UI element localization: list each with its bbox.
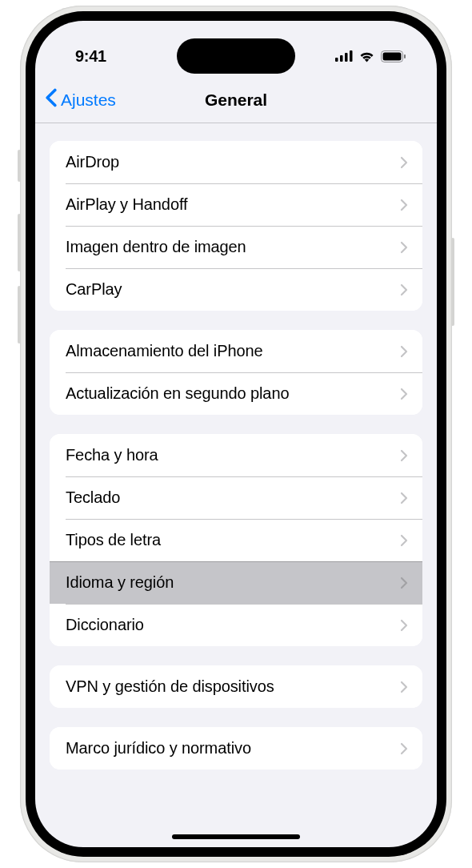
navigation-bar: Ajustes General	[35, 77, 437, 123]
svg-rect-3	[350, 50, 353, 62]
settings-row-keyboard[interactable]: Teclado	[50, 476, 422, 519]
svg-rect-2	[345, 53, 348, 62]
settings-group: Marco jurídico y normativo	[50, 727, 422, 770]
row-label: Actualización en segundo plano	[66, 384, 289, 403]
svg-rect-6	[404, 54, 406, 58]
settings-row-airdrop[interactable]: AirDrop	[50, 141, 422, 183]
svg-rect-5	[383, 52, 402, 60]
settings-row-fonts[interactable]: Tipos de letra	[50, 519, 422, 561]
home-indicator[interactable]	[172, 834, 300, 839]
row-label: Idioma y región	[66, 573, 174, 592]
chevron-right-icon	[400, 577, 408, 589]
chevron-right-icon	[400, 388, 408, 400]
settings-group: Fecha y horaTecladoTipos de letraIdioma …	[50, 434, 422, 646]
battery-icon	[381, 50, 406, 62]
settings-content[interactable]: AirDropAirPlay y HandoffImagen dentro de…	[35, 123, 437, 847]
chevron-right-icon	[400, 449, 408, 462]
wifi-icon	[358, 50, 375, 62]
volume-down-button	[18, 286, 21, 344]
chevron-right-icon	[400, 199, 408, 211]
settings-group: AirDropAirPlay y HandoffImagen dentro de…	[50, 141, 422, 311]
chevron-right-icon	[400, 534, 408, 547]
row-label: Diccionario	[66, 616, 144, 634]
dynamic-island	[177, 38, 295, 74]
chevron-right-icon	[400, 742, 408, 755]
chevron-right-icon	[400, 619, 408, 632]
svg-rect-0	[335, 58, 338, 62]
chevron-right-icon	[400, 345, 408, 358]
row-label: VPN y gestión de dispositivos	[66, 677, 274, 696]
settings-row-pip[interactable]: Imagen dentro de imagen	[50, 226, 422, 268]
settings-row-carplay[interactable]: CarPlay	[50, 268, 422, 311]
row-label: CarPlay	[66, 280, 122, 299]
cellular-signal-icon	[335, 50, 353, 62]
svg-rect-1	[340, 55, 343, 62]
row-label: AirPlay y Handoff	[66, 195, 187, 214]
row-label: Fecha y hora	[66, 446, 158, 464]
row-label: Tipos de letra	[66, 531, 161, 549]
silence-switch	[18, 150, 21, 182]
settings-row-airplay-handoff[interactable]: AirPlay y Handoff	[50, 183, 422, 226]
settings-row-dictionary[interactable]: Diccionario	[50, 604, 422, 646]
chevron-right-icon	[400, 241, 408, 254]
chevron-right-icon	[400, 156, 408, 169]
back-label: Ajustes	[61, 90, 116, 110]
row-label: Teclado	[66, 488, 120, 507]
screen: 9:41	[35, 21, 437, 847]
chevron-right-icon	[400, 283, 408, 296]
status-time: 9:41	[75, 47, 106, 66]
power-button	[451, 238, 454, 326]
chevron-right-icon	[400, 681, 408, 693]
volume-up-button	[18, 214, 21, 271]
settings-group: Almacenamiento del iPhoneActualización e…	[50, 330, 422, 415]
row-label: Marco jurídico y normativo	[66, 739, 251, 757]
settings-row-storage[interactable]: Almacenamiento del iPhone	[50, 330, 422, 372]
chevron-right-icon	[400, 492, 408, 504]
row-label: AirDrop	[66, 153, 119, 171]
settings-row-vpn[interactable]: VPN y gestión de dispositivos	[50, 665, 422, 708]
settings-row-legal[interactable]: Marco jurídico y normativo	[50, 727, 422, 770]
row-label: Imagen dentro de imagen	[66, 238, 246, 256]
back-button[interactable]: Ajustes	[45, 88, 116, 111]
row-label: Almacenamiento del iPhone	[66, 342, 263, 360]
chevron-left-icon	[45, 88, 58, 111]
settings-row-background-refresh[interactable]: Actualización en segundo plano	[50, 372, 422, 415]
iphone-device-frame: 9:41	[20, 6, 452, 862]
settings-row-language-region[interactable]: Idioma y región	[50, 561, 422, 604]
settings-group: VPN y gestión de dispositivos	[50, 665, 422, 708]
settings-row-date-time[interactable]: Fecha y hora	[50, 434, 422, 476]
